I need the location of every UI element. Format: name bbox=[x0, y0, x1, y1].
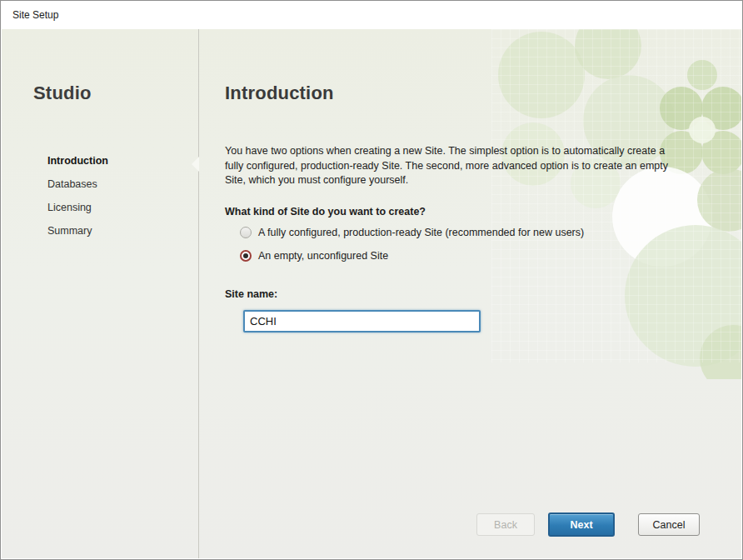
site-name-input[interactable] bbox=[243, 310, 481, 332]
radio-selected-icon[interactable] bbox=[240, 250, 252, 262]
wizard-footer: Back Next Cancel bbox=[476, 512, 700, 537]
radio-option-configured-site[interactable]: A fully configured, production-ready Sit… bbox=[240, 227, 584, 238]
site-setup-window: Site Setup Studio Introduction bbox=[0, 0, 743, 560]
next-button[interactable]: Next bbox=[548, 512, 615, 537]
sidebar-item-databases: Databases bbox=[47, 179, 108, 190]
title-bar: Site Setup bbox=[1, 1, 742, 29]
radio-unselected-icon[interactable] bbox=[240, 227, 252, 238]
radio-option-label: A fully configured, production-ready Sit… bbox=[258, 227, 584, 238]
sidebar-title: Studio bbox=[33, 82, 92, 104]
wizard-step-list: Introduction Databases Licensing Summary bbox=[47, 156, 108, 249]
dialog-body: Studio Introduction Databases Licensing … bbox=[2, 29, 741, 558]
radio-option-empty-site[interactable]: An empty, unconfigured Site bbox=[240, 250, 388, 262]
window-title: Site Setup bbox=[12, 9, 58, 21]
sidebar-item-summary: Summary bbox=[47, 226, 108, 237]
wizard-sidebar: Studio Introduction Databases Licensing … bbox=[2, 29, 198, 558]
wizard-content: Introduction You have two options when c… bbox=[225, 29, 741, 558]
current-step-arrow bbox=[192, 157, 199, 172]
site-kind-question: What kind of Site do you want to create? bbox=[225, 206, 426, 218]
site-name-label: Site name: bbox=[225, 288, 277, 300]
back-button[interactable]: Back bbox=[476, 513, 535, 536]
sidebar-item-introduction: Introduction bbox=[47, 156, 108, 167]
sidebar-item-licensing: Licensing bbox=[47, 202, 108, 213]
cancel-button[interactable]: Cancel bbox=[638, 513, 700, 536]
sidebar-divider bbox=[198, 29, 199, 558]
intro-paragraph: You have two options when creating a new… bbox=[225, 144, 675, 188]
page-title: Introduction bbox=[225, 82, 334, 104]
radio-option-label: An empty, unconfigured Site bbox=[258, 250, 388, 262]
